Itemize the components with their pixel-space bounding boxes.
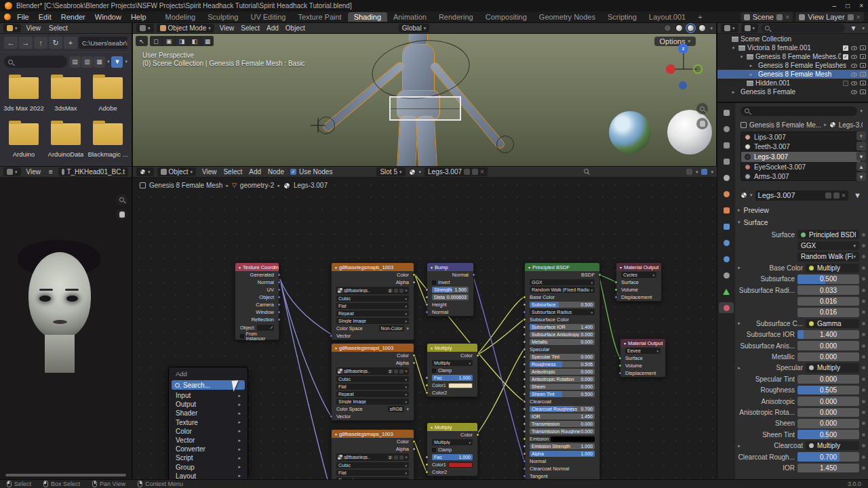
animate-dot[interactable] [862, 378, 865, 381]
image-selector[interactable]: T_HKHead01_BC.t [58, 167, 128, 176]
hide-eye-icon[interactable] [851, 90, 857, 94]
use-nodes-checkbox[interactable]: ✓ Use Nodes [290, 168, 332, 176]
add-menu-item[interactable]: Color ▸ [169, 427, 248, 436]
output-socket[interactable] [277, 296, 281, 299]
node-dropdown[interactable]: Repeat▾ [336, 391, 409, 397]
transform-orientation[interactable]: Global▾ [399, 24, 429, 33]
up-button[interactable]: ↑ [34, 37, 47, 49]
input-socket[interactable] [523, 392, 526, 396]
new-scene-icon[interactable] [776, 14, 783, 20]
node-row[interactable]: Surface Surface ▾ Surface▾ Surface Surfa… [616, 279, 661, 286]
node-row[interactable]: Fac Fac 1.000▾ Fac1.000▾ Fac Fac1.000 Fa… [427, 374, 477, 382]
add-menu-item[interactable]: Converter ▸ [169, 445, 248, 453]
material-slot[interactable]: Legs-3.007 [741, 152, 861, 162]
viewport-menu-item[interactable]: Select [238, 24, 262, 32]
select-mode-button[interactable]: ◧ [189, 36, 201, 46]
node-dropdown[interactable]: Repeat▾ [336, 310, 409, 317]
animate-dot[interactable] [862, 422, 865, 425]
properties-tab[interactable] [719, 270, 734, 281]
node-row[interactable]: Alpha Alpha ▾ Alpha▾ Alpha Alpha Alpha A… [332, 279, 414, 286]
viewport-shading-material[interactable] [687, 24, 694, 32]
animate-dot[interactable] [862, 400, 865, 403]
material-slot[interactable]: Lips-3.007 [741, 132, 861, 142]
node-row[interactable]: Multiply▾ Multiply▾ Multiply Multiply × [427, 439, 477, 446]
workspace-tab[interactable]: Scripting [601, 12, 643, 22]
node-row[interactable]: g8fbaselegs.. g8fbaselegs.. ▾ g8fbaseleg… [332, 367, 414, 375]
node-row[interactable]: Dista Dista 0.000603▾ Dista0.000603▾ Dis… [427, 293, 473, 301]
menu-item[interactable]: Edit [34, 12, 56, 22]
node-row[interactable]: Clearcoat Normal Clearcoat Normal ▾ Clea… [525, 465, 599, 472]
material-slot[interactable]: EyeSocket-3.007 [741, 162, 861, 172]
property-control[interactable]: 0.000 0.000▾ 0.000 0.000 [797, 375, 859, 384]
outliner-item-label[interactable]: Victoria 8 female.001 [747, 44, 841, 52]
node-row[interactable]: Transmission Transmission 0.000▾ Transmi… [525, 420, 599, 428]
node-row[interactable]: Eevee▾ Eevee▾ Eevee Eevee × [620, 347, 665, 354]
horizontal-scrollbar[interactable] [5, 474, 126, 476]
input-socket[interactable] [425, 288, 429, 291]
shader-node[interactable]: ▾Texture Coordinate Generated Generated … [235, 262, 279, 340]
output-socket[interactable] [412, 447, 416, 451]
node-header[interactable]: ▾Texture Coordinate [235, 263, 279, 271]
select-mode-button[interactable]: ▦ [201, 36, 214, 46]
property-control[interactable]: Multiply Multiply▾ Multiply Multiply [806, 264, 859, 273]
navigation-gizmo[interactable]: z [665, 42, 704, 91]
node-color-swatch[interactable]: Emission [530, 436, 595, 442]
node-row[interactable]: Vector Vector ▾ Vector▾ Vector Vector Ve… [332, 413, 414, 420]
node-row[interactable]: Cubic▾ Cubic▾ Cubic Cubic × [332, 295, 414, 302]
editor-type-button[interactable]: ▾ [3, 24, 21, 33]
input-socket[interactable] [523, 422, 526, 426]
node-row[interactable]: IOR IOR 1.450▾ IOR1.450▾ IOR IOR1.450 IO… [525, 413, 599, 420]
node-editor-menu-item[interactable]: Add [246, 168, 264, 176]
node-dropdown[interactable]: Single Image▾ [336, 318, 409, 324]
node-row[interactable]: Clearcoat Roughness Clearcoat Roughness … [525, 405, 599, 413]
gizmo-x-axis[interactable] [666, 64, 675, 74]
face-texture-image[interactable] [12, 240, 119, 396]
node-row[interactable]: Single Image▾ Single Image▾ Single Image… [332, 317, 414, 325]
menu-item[interactable]: File [12, 12, 34, 22]
node-slider[interactable]: Clearcoat Roughness0.700 [530, 406, 595, 412]
node-row[interactable]: Color2 Color2 ▾ Color2▾ Color2 Color2 Co… [427, 468, 477, 476]
snapping-caret[interactable]: ▾ [696, 169, 698, 175]
folder-item[interactable]: 3ds Max 2022 [3, 77, 45, 114]
folder-item[interactable]: Adobe [87, 77, 129, 114]
render-camera-icon[interactable] [860, 72, 866, 77]
selectable-checkbox-empty[interactable] [843, 81, 848, 86]
output-socket[interactable] [412, 273, 416, 277]
input-socket[interactable] [523, 378, 526, 381]
node-row[interactable]: Color Space Color Space sRGB▾ Color Spac… [332, 405, 414, 413]
image-menu-icon[interactable]: ≡ [46, 168, 56, 176]
node-slider[interactable]: Transmission0.000 [530, 421, 595, 427]
copy-material-icon[interactable] [833, 192, 840, 199]
add-menu-item[interactable]: Input ▸ [169, 391, 248, 400]
node-row[interactable]: Window Window ▾ Window▾ Window Window Wi… [235, 308, 279, 316]
properties-tab[interactable] [719, 286, 734, 297]
render-camera-icon[interactable] [860, 63, 866, 68]
folder-item[interactable]: Arduino [3, 123, 45, 160]
animate-dot[interactable] [862, 388, 865, 392]
minimize-button[interactable]: – [833, 2, 837, 9]
back-button[interactable]: ← [4, 37, 18, 49]
node-row[interactable]: Alpha Alpha 1.000▾ Alpha1.000▾ Alpha Alp… [525, 450, 599, 458]
input-socket[interactable] [330, 415, 333, 418]
node-slider[interactable]: Sheen0.000 [530, 384, 595, 390]
node-row[interactable]: Cubic▾ Cubic▾ Cubic Cubic × [332, 462, 414, 469]
node-row[interactable]: Volume Volume ▾ Volume▾ Volume Volume Vo… [620, 362, 665, 369]
properties-tab[interactable] [719, 188, 734, 199]
input-socket[interactable] [523, 474, 526, 478]
node-row[interactable]: Color1 Color1 ▾ Color1▾ Color1 Color1 Co… [427, 382, 477, 389]
property-control[interactable]: 0.505 0.505▾ 0.505 0.505 [797, 386, 859, 395]
shader-node-editor[interactable]: ▾ Object▾ ViewSelectAddNode ✓ Use Nodes … [133, 167, 717, 479]
node-dropdown[interactable]: Cubic▾ [336, 376, 409, 382]
outliner-display-mode[interactable]: ▾ [741, 24, 759, 33]
node-row[interactable]: Transmission Roughness Transmission Roug… [525, 428, 599, 435]
selectable-checkbox[interactable]: ✓ [843, 45, 848, 51]
node-dropdown[interactable]: Flat▾ [336, 303, 409, 309]
node-slider[interactable]: Subsurface Anisotropy0.000 [530, 331, 595, 338]
node-row[interactable]: Flat▾ Flat▾ Flat Flat × [332, 469, 414, 476]
node-row[interactable]: Fac Fac 1.000▾ Fac1.000▾ Fac Fac1.000 Fa… [427, 453, 477, 461]
node-row[interactable]: Multiply▾ Multiply▾ Multiply Multiply × [427, 359, 477, 367]
node-row[interactable]: Flat▾ Flat▾ Flat Flat × [332, 383, 414, 390]
output-socket[interactable] [476, 433, 479, 436]
node-row[interactable]: Alpha Alpha ▾ Alpha▾ Alpha Alpha Alpha A… [332, 359, 414, 367]
node-row[interactable]: Emission Strength Emission Strength 1.00… [525, 443, 599, 450]
